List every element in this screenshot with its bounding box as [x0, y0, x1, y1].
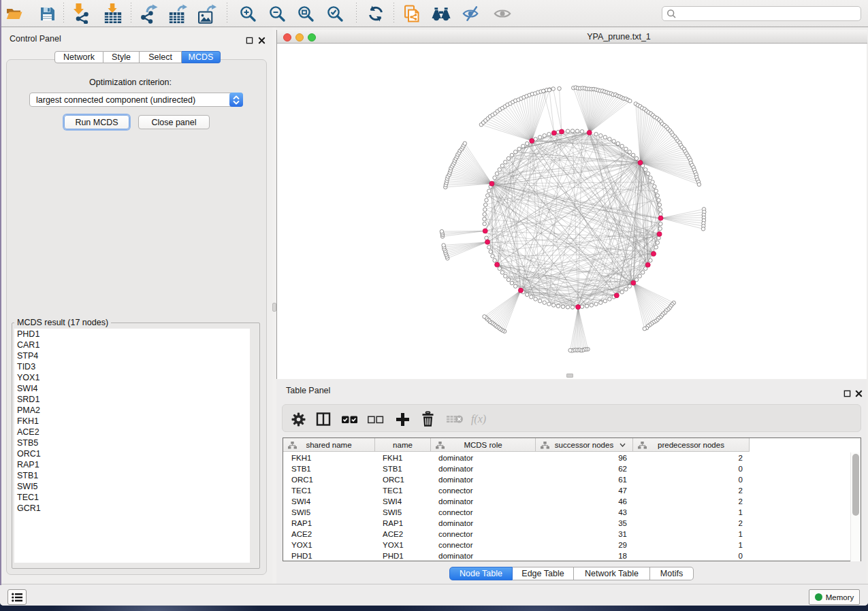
table-settings-gear-icon[interactable]: [289, 410, 308, 429]
table-cell[interactable]: 0: [633, 550, 750, 561]
table-cell[interactable]: FKH1: [283, 452, 375, 463]
column-header-shared-name[interactable]: shared name: [283, 438, 375, 452]
table-cell[interactable]: ACE2: [375, 529, 431, 540]
tab-select[interactable]: Select: [140, 51, 182, 63]
table-cell[interactable]: FKH1: [375, 452, 431, 463]
table-cell[interactable]: 31: [536, 529, 633, 540]
table-cell[interactable]: connector: [431, 529, 536, 540]
mcds-result-item[interactable]: SWI5: [14, 481, 250, 492]
mcds-result-item[interactable]: ORC1: [14, 448, 250, 459]
table-cell[interactable]: connector: [431, 507, 536, 518]
table-cell[interactable]: 2: [633, 518, 750, 529]
network-graph[interactable]: [277, 44, 867, 378]
table-cell[interactable]: 61: [536, 474, 633, 485]
tab-edge-table[interactable]: Edge Table: [513, 567, 574, 580]
table-row[interactable]: YOX1YOX1connector291: [283, 540, 850, 550]
mcds-result-item[interactable]: SRD1: [14, 394, 250, 405]
float-table-panel-icon[interactable]: [843, 388, 852, 396]
table-cell[interactable]: STB1: [375, 463, 431, 474]
table-cell[interactable]: dominator: [431, 550, 536, 561]
table-cell[interactable]: 62: [536, 463, 633, 474]
delete-table-icon[interactable]: [445, 410, 464, 429]
mcds-result-item[interactable]: YOX1: [14, 372, 250, 383]
mcds-result-list[interactable]: PHD1CAR1STP4TID3YOX1SWI4SRD1PMA2FKH1ACE2…: [14, 329, 250, 563]
table-cell[interactable]: 1: [633, 529, 750, 540]
tab-network[interactable]: Network: [54, 51, 103, 63]
table-cell[interactable]: 35: [536, 518, 633, 529]
table-cell[interactable]: TEC1: [283, 485, 375, 496]
table-cell[interactable]: dominator: [431, 474, 536, 485]
close-panel-icon[interactable]: [258, 35, 266, 43]
import-network-icon[interactable]: [71, 4, 90, 23]
export-image-icon[interactable]: [197, 4, 216, 23]
table-cell[interactable]: PHD1: [283, 550, 375, 561]
table-cell[interactable]: 29: [536, 540, 633, 550]
table-cell[interactable]: RAP1: [375, 518, 431, 529]
mcds-result-item[interactable]: TID3: [14, 361, 250, 372]
search-box[interactable]: [662, 6, 861, 21]
table-cell[interactable]: 2: [633, 496, 750, 507]
duplicate-network-icon[interactable]: [402, 4, 421, 23]
column-header-name[interactable]: name: [375, 438, 431, 452]
mcds-result-item[interactable]: TEC1: [14, 492, 250, 503]
mcds-result-item[interactable]: FKH1: [14, 416, 250, 427]
table-cell[interactable]: STB1: [283, 463, 375, 474]
table-cell[interactable]: 2: [633, 485, 750, 496]
table-cell[interactable]: 96: [536, 452, 633, 463]
select-all-columns-icon[interactable]: [340, 410, 359, 429]
mcds-result-item[interactable]: STB1: [14, 470, 250, 481]
mcds-result-item[interactable]: SWI4: [14, 383, 250, 394]
table-cell[interactable]: ORC1: [375, 474, 431, 485]
table-row[interactable]: STB1STB1dominator620: [283, 463, 850, 474]
column-header-successor-nodes[interactable]: successor nodes: [536, 438, 633, 452]
table-cell[interactable]: ACE2: [283, 529, 375, 540]
mcds-result-item[interactable]: ACE2: [14, 427, 250, 437]
delete-columns-trash-icon[interactable]: [418, 410, 437, 429]
table-cell[interactable]: dominator: [431, 518, 536, 529]
table-scrollbar[interactable]: [850, 452, 861, 561]
table-cell[interactable]: connector: [431, 485, 536, 496]
mcds-result-item[interactable]: RAP1: [14, 459, 250, 470]
table-cell[interactable]: 1: [633, 507, 750, 518]
table-cell[interactable]: TEC1: [375, 485, 431, 496]
create-column-plus-icon[interactable]: [393, 410, 412, 429]
toggle-panes-icon[interactable]: [314, 410, 333, 429]
search-input[interactable]: [677, 7, 861, 20]
table-row[interactable]: ACE2ACE2connector311: [283, 529, 850, 540]
table-row[interactable]: ORC1ORC1dominator610: [283, 474, 850, 485]
show-details-icon[interactable]: [493, 4, 512, 23]
table-cell[interactable]: SWI4: [375, 496, 431, 507]
network-canvas[interactable]: [277, 44, 867, 378]
column-header-predecessor-nodes[interactable]: predecessor nodes: [633, 438, 750, 452]
tab-network-table[interactable]: Network Table: [574, 567, 650, 580]
open-session-icon[interactable]: [5, 4, 24, 23]
table-row[interactable]: TEC1TEC1connector472: [283, 485, 850, 496]
table-cell[interactable]: dominator: [431, 496, 536, 507]
zoom-fit-icon[interactable]: [296, 4, 315, 23]
table-cell[interactable]: dominator: [431, 463, 536, 474]
mcds-result-item[interactable]: PHD1: [14, 329, 250, 340]
tab-motifs[interactable]: Motifs: [650, 567, 694, 580]
table-cell[interactable]: 46: [536, 496, 633, 507]
refresh-icon[interactable]: [366, 4, 385, 23]
unselect-all-columns-icon[interactable]: [366, 410, 385, 429]
table-cell[interactable]: 18: [536, 550, 633, 561]
mcds-result-item[interactable]: STB5: [14, 437, 250, 448]
table-cell[interactable]: RAP1: [283, 518, 375, 529]
export-table-icon[interactable]: [168, 4, 187, 23]
table-row[interactable]: PHD1PHD1dominator180: [283, 550, 850, 561]
zoom-out-icon[interactable]: [268, 4, 287, 23]
table-body[interactable]: FKH1FKH1dominator962STB1STB1dominator620…: [283, 452, 850, 561]
table-cell[interactable]: 43: [536, 507, 633, 518]
close-panel-button[interactable]: Close panel: [138, 115, 210, 129]
run-mcds-button[interactable]: Run MCDS: [64, 115, 129, 129]
table-cell[interactable]: connector: [431, 540, 536, 550]
table-cell[interactable]: 47: [536, 485, 633, 496]
zoom-in-icon[interactable]: [238, 4, 257, 23]
table-row[interactable]: RAP1RAP1dominator352: [283, 518, 850, 529]
tab-style[interactable]: Style: [103, 51, 140, 63]
show-panels-list-button[interactable]: [7, 589, 27, 605]
table-cell[interactable]: SWI4: [283, 496, 375, 507]
export-network-icon[interactable]: [139, 4, 158, 23]
binoculars-icon[interactable]: [432, 4, 451, 23]
